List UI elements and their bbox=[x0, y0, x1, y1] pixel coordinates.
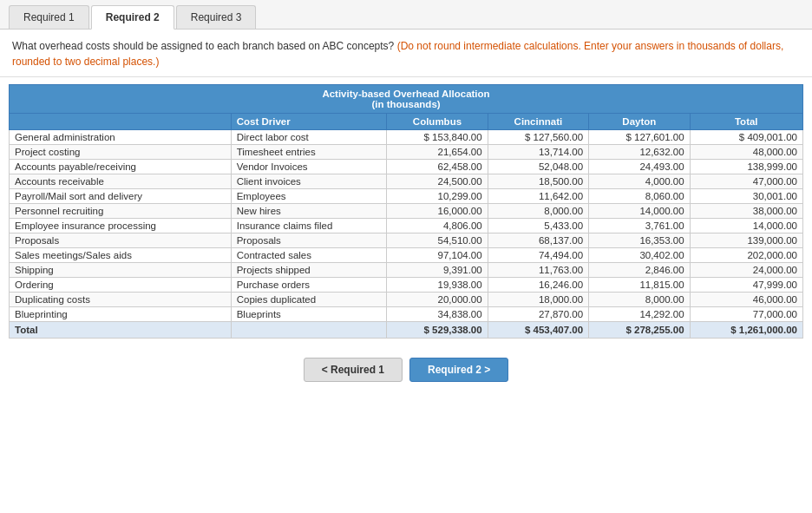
col-header-dayton: Dayton bbox=[589, 114, 690, 130]
cell-3: 11,642.00 bbox=[488, 189, 588, 204]
cell-3: 18,500.00 bbox=[488, 174, 588, 189]
table-title-row: Activity-based Overhead Allocation (in t… bbox=[10, 85, 803, 114]
cell-0: Project costing bbox=[10, 145, 232, 160]
cell-4: 24,493.00 bbox=[589, 160, 690, 174]
col-header-activity bbox=[10, 114, 232, 130]
total-cell-2: $ 529,338.00 bbox=[387, 322, 488, 339]
navigation-buttons: < Required 1 Required 2 > bbox=[0, 345, 812, 391]
col-header-total: Total bbox=[690, 114, 802, 130]
cell-2: 9,391.00 bbox=[387, 263, 488, 278]
cell-4: 2,846.00 bbox=[589, 263, 690, 278]
cell-1: Copies duplicated bbox=[231, 293, 387, 307]
cell-2: 34,838.00 bbox=[387, 307, 488, 322]
cell-3: 27,870.00 bbox=[488, 307, 588, 322]
cell-5: 47,000.00 bbox=[690, 174, 802, 189]
cell-1: Direct labor cost bbox=[231, 130, 387, 145]
cell-2: 16,000.00 bbox=[387, 204, 488, 219]
prev-button[interactable]: < Required 1 bbox=[304, 358, 403, 382]
cell-1: Proposals bbox=[231, 233, 387, 248]
cell-5: 138,999.00 bbox=[690, 160, 802, 174]
table-row: Accounts payable/receivingVendor Invoice… bbox=[10, 160, 803, 174]
table-row: Project costingTimesheet entries21,654.0… bbox=[10, 145, 803, 160]
cell-5: 46,000.00 bbox=[690, 293, 802, 307]
cell-0: Shipping bbox=[10, 263, 232, 278]
cell-0: Sales meetings/Sales aids bbox=[10, 248, 232, 263]
cell-1: Insurance claims filed bbox=[231, 219, 387, 233]
cell-1: Timesheet entries bbox=[231, 145, 387, 160]
cell-2: 19,938.00 bbox=[387, 278, 488, 293]
table-row: OrderingPurchase orders19,938.0016,246.0… bbox=[10, 278, 803, 293]
total-row: Total$ 529,338.00$ 453,407.00$ 278,255.0… bbox=[10, 322, 803, 339]
cell-3: $ 127,560.00 bbox=[488, 130, 588, 145]
cell-4: $ 127,601.00 bbox=[589, 130, 690, 145]
cell-3: 8,000.00 bbox=[488, 204, 588, 219]
cell-0: Proposals bbox=[10, 233, 232, 248]
table-row: Accounts receivableClient invoices24,500… bbox=[10, 174, 803, 189]
tab-required-2[interactable]: Required 2 bbox=[91, 5, 174, 30]
cell-0: Payroll/Mail sort and delivery bbox=[10, 189, 232, 204]
col-header-driver: Cost Driver bbox=[231, 114, 387, 130]
tabs-bar: Required 1 Required 2 Required 3 bbox=[0, 0, 812, 30]
table-title: Activity-based Overhead Allocation (in t… bbox=[10, 85, 803, 114]
cell-1: Employees bbox=[231, 189, 387, 204]
cell-5: 77,000.00 bbox=[690, 307, 802, 322]
cell-5: 30,001.00 bbox=[690, 189, 802, 204]
cell-0: Duplicating costs bbox=[10, 293, 232, 307]
cell-3: 11,763.00 bbox=[488, 263, 588, 278]
cell-0: Accounts receivable bbox=[10, 174, 232, 189]
cell-3: 13,714.00 bbox=[488, 145, 588, 160]
cell-0: Personnel recruiting bbox=[10, 204, 232, 219]
tab-required-3[interactable]: Required 3 bbox=[176, 5, 257, 29]
next-button[interactable]: Required 2 > bbox=[409, 358, 508, 382]
cell-5: 202,000.00 bbox=[690, 248, 802, 263]
cell-4: 30,402.00 bbox=[589, 248, 690, 263]
cell-1: Client invoices bbox=[231, 174, 387, 189]
cell-1: Projects shipped bbox=[231, 263, 387, 278]
cell-1: Purchase orders bbox=[231, 278, 387, 293]
cell-3: 68,137.00 bbox=[488, 233, 588, 248]
cell-0: General administration bbox=[10, 130, 232, 145]
cell-1: Vendor Invoices bbox=[231, 160, 387, 174]
cell-3: 74,494.00 bbox=[488, 248, 588, 263]
cell-2: 62,458.00 bbox=[387, 160, 488, 174]
cell-3: 16,246.00 bbox=[488, 278, 588, 293]
cell-1: Blueprints bbox=[231, 307, 387, 322]
table-row: BlueprintingBlueprints34,838.0027,870.00… bbox=[10, 307, 803, 322]
cell-2: 10,299.00 bbox=[387, 189, 488, 204]
cell-2: 20,000.00 bbox=[387, 293, 488, 307]
cell-5: 38,000.00 bbox=[690, 204, 802, 219]
cell-3: 5,433.00 bbox=[488, 219, 588, 233]
question-text: What overhead costs should be assigned t… bbox=[12, 40, 394, 52]
total-cell-3: $ 453,407.00 bbox=[488, 322, 588, 339]
cell-4: 8,060.00 bbox=[589, 189, 690, 204]
total-cell-5: $ 1,261,000.00 bbox=[690, 322, 802, 339]
cell-5: 48,000.00 bbox=[690, 145, 802, 160]
cell-3: 52,048.00 bbox=[488, 160, 588, 174]
cell-4: 12,632.00 bbox=[589, 145, 690, 160]
table-row: Employee insurance processingInsurance c… bbox=[10, 219, 803, 233]
cell-1: Contracted sales bbox=[231, 248, 387, 263]
table-row: Duplicating costsCopies duplicated20,000… bbox=[10, 293, 803, 307]
cell-2: 97,104.00 bbox=[387, 248, 488, 263]
cell-4: 4,000.00 bbox=[589, 174, 690, 189]
cell-1: New hires bbox=[231, 204, 387, 219]
table-row: Personnel recruitingNew hires16,000.008,… bbox=[10, 204, 803, 219]
cell-0: Ordering bbox=[10, 278, 232, 293]
table-row: Sales meetings/Sales aidsContracted sale… bbox=[10, 248, 803, 263]
tab-required-1[interactable]: Required 1 bbox=[9, 5, 89, 29]
table-row: ShippingProjects shipped9,391.0011,763.0… bbox=[10, 263, 803, 278]
cell-2: 24,500.00 bbox=[387, 174, 488, 189]
cell-4: 11,815.00 bbox=[589, 278, 690, 293]
cell-2: 21,654.00 bbox=[387, 145, 488, 160]
overhead-table: Activity-based Overhead Allocation (in t… bbox=[9, 84, 803, 339]
table-row: ProposalsProposals54,510.0068,137.0016,3… bbox=[10, 233, 803, 248]
cell-0: Blueprinting bbox=[10, 307, 232, 322]
table-row: Payroll/Mail sort and deliveryEmployees1… bbox=[10, 189, 803, 204]
cell-5: $ 409,001.00 bbox=[690, 130, 802, 145]
question-area: What overhead costs should be assigned t… bbox=[0, 30, 812, 77]
total-cell-0: Total bbox=[10, 322, 232, 339]
total-cell-1 bbox=[231, 322, 387, 339]
cell-4: 16,353.00 bbox=[589, 233, 690, 248]
cell-5: 47,999.00 bbox=[690, 278, 802, 293]
cell-3: 18,000.00 bbox=[488, 293, 588, 307]
